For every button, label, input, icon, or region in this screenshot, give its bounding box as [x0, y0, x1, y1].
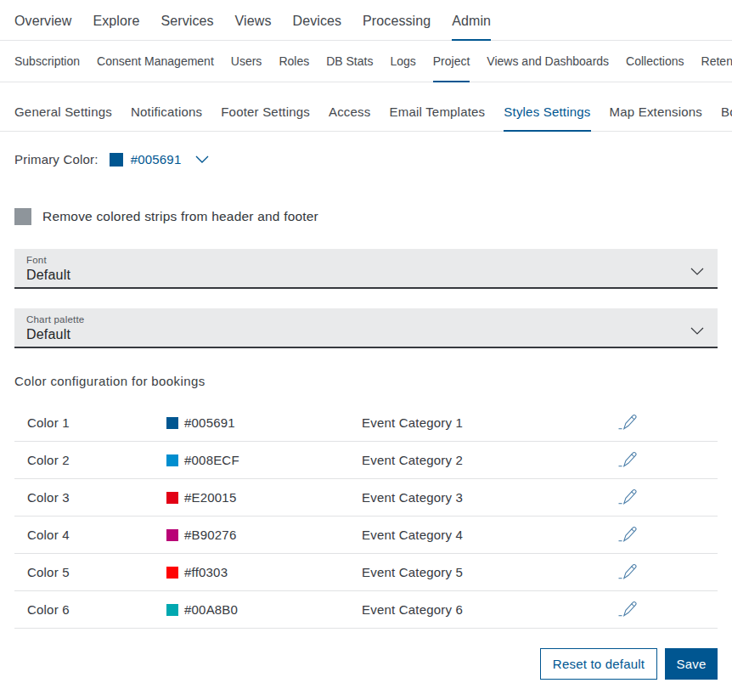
event-category-label: Event Category 3 [362, 490, 617, 505]
event-category-label: Event Category 1 [362, 415, 617, 430]
color-hex-value: #ff0303 [184, 565, 228, 579]
remove-strips-checkbox[interactable] [14, 208, 31, 225]
tab-roles[interactable]: Roles [279, 54, 309, 82]
tab-access[interactable]: Access [329, 104, 371, 132]
pencil-icon [617, 450, 638, 470]
event-category-label: Event Category 2 [362, 453, 617, 467]
color-name: Color 5 [27, 565, 166, 579]
chart-palette-select[interactable]: Chart palette Default [14, 308, 718, 348]
tab-consent-management[interactable]: Consent Management [97, 54, 214, 82]
edit-color-button[interactable] [617, 488, 638, 507]
tab-bosch-io[interactable]: Bosch Io [721, 104, 732, 132]
tab-general-settings[interactable]: General Settings [14, 104, 112, 132]
font-select-value: Default [26, 268, 706, 283]
table-row-color-4: Color 4 #B90276 Event Category 4 [14, 517, 718, 554]
nav-devices[interactable]: Devices [292, 14, 341, 41]
color-hex-value: #00A8B0 [184, 602, 238, 617]
nav-explore[interactable]: Explore [93, 14, 139, 41]
pencil-icon [617, 562, 638, 582]
nav-processing[interactable]: Processing [363, 14, 431, 41]
chevron-down-icon[interactable] [690, 323, 704, 338]
remove-strips-label: Remove colored strips from header and fo… [42, 209, 318, 224]
styles-settings-panel: Primary Color: #005691 Remove colored st… [0, 152, 732, 680]
nav-views[interactable]: Views [235, 14, 272, 41]
project-nav: General Settings Notifications Footer Se… [0, 82, 732, 132]
table-row-color-5: Color 5 #ff0303 Event Category 5 [14, 554, 718, 591]
chart-palette-label: Chart palette [26, 314, 706, 325]
primary-color-value[interactable]: #005691 [131, 152, 182, 167]
admin-nav: Subscription Consent Management Users Ro… [0, 41, 732, 82]
color-name: Color 6 [27, 602, 166, 617]
reset-to-default-button[interactable]: Reset to default [540, 648, 657, 680]
nav-services[interactable]: Services [160, 14, 213, 41]
event-category-label: Event Category 5 [362, 565, 617, 579]
edit-color-button[interactable] [617, 600, 638, 619]
tab-users[interactable]: Users [231, 54, 262, 82]
color-configuration-table: Color 1 #005691 Event Category 1 Color 2… [14, 404, 718, 629]
tab-db-stats[interactable]: DB Stats [326, 54, 373, 82]
color-name: Color 2 [27, 453, 166, 467]
tab-logs[interactable]: Logs [390, 54, 415, 82]
primary-color-row: Primary Color: #005691 [14, 152, 718, 167]
tab-collections[interactable]: Collections [626, 54, 684, 82]
tab-footer-settings[interactable]: Footer Settings [221, 104, 310, 132]
tab-subscription[interactable]: Subscription [14, 54, 80, 82]
save-button[interactable]: Save [665, 648, 718, 680]
edit-color-button[interactable] [617, 413, 638, 432]
primary-color-swatch[interactable] [110, 153, 123, 167]
edit-color-button[interactable] [617, 562, 638, 582]
tab-views-and-dashboards[interactable]: Views and Dashboards [487, 54, 609, 82]
edit-color-button[interactable] [617, 525, 638, 545]
tab-map-extensions[interactable]: Map Extensions [610, 104, 703, 132]
color-name: Color 3 [27, 490, 166, 505]
edit-color-button[interactable] [617, 450, 638, 470]
chevron-down-icon[interactable] [195, 155, 209, 163]
pencil-icon [617, 413, 638, 432]
tab-notifications[interactable]: Notifications [131, 104, 202, 132]
remove-strips-row: Remove colored strips from header and fo… [14, 208, 718, 225]
table-row-color-6: Color 6 #00A8B0 Event Category 6 [14, 591, 718, 629]
chevron-down-icon[interactable] [690, 263, 704, 279]
pencil-icon [617, 525, 638, 545]
tab-styles-settings[interactable]: Styles Settings [504, 104, 590, 132]
color-swatch [166, 417, 178, 429]
color-swatch [166, 604, 178, 616]
pencil-icon [617, 488, 638, 507]
color-name: Color 4 [27, 528, 166, 542]
nav-overview[interactable]: Overview [14, 14, 71, 41]
chart-palette-value: Default [26, 327, 706, 342]
table-row-color-3: Color 3 #E20015 Event Category 3 [14, 479, 718, 517]
primary-color-label: Primary Color: [14, 152, 99, 167]
font-select[interactable]: Font Default [14, 249, 718, 289]
color-hex-value: #E20015 [184, 490, 236, 505]
color-name: Color 1 [27, 415, 166, 430]
table-row-color-2: Color 2 #008ECF Event Category 2 [14, 442, 718, 479]
color-hex-value: #B90276 [184, 528, 236, 542]
event-category-label: Event Category 4 [362, 528, 617, 542]
color-hex-value: #008ECF [184, 453, 239, 467]
table-row-color-1: Color 1 #005691 Event Category 1 [14, 404, 718, 442]
nav-admin[interactable]: Admin [452, 14, 491, 41]
font-select-label: Font [26, 255, 706, 265]
pencil-icon [617, 600, 638, 619]
form-actions: Reset to default Save [14, 648, 718, 680]
primary-nav: Overview Explore Services Views Devices … [0, 0, 732, 41]
event-category-label: Event Category 6 [362, 602, 617, 617]
tab-email-templates[interactable]: Email Templates [390, 104, 486, 132]
color-swatch [166, 567, 178, 579]
tab-project[interactable]: Project [433, 54, 470, 82]
bookings-heading: Color configuration for bookings [14, 374, 718, 388]
tab-retention[interactable]: Retention [701, 54, 732, 82]
color-hex-value: #005691 [184, 415, 235, 430]
color-swatch [166, 492, 178, 504]
color-swatch [166, 454, 178, 466]
color-swatch [166, 529, 178, 541]
